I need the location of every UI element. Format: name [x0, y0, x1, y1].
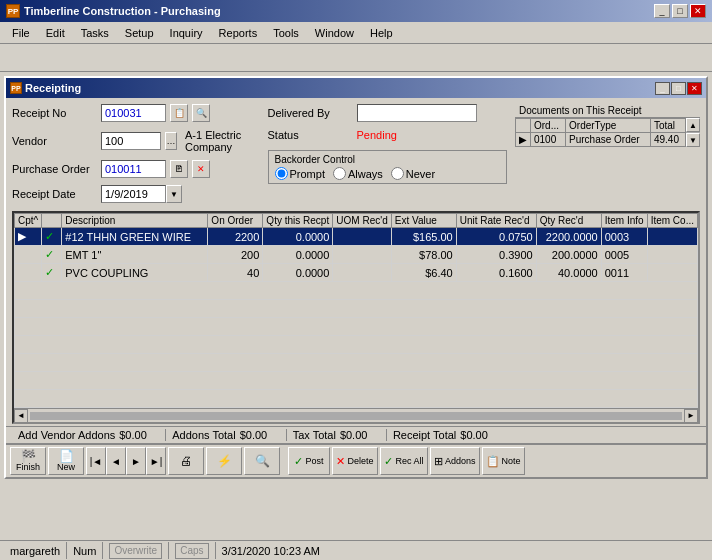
docs-scroll-down[interactable]: ▼	[686, 133, 700, 147]
grid-header-unitrate: Unit Rate Rec'd	[456, 214, 536, 228]
menu-setup[interactable]: Setup	[117, 25, 162, 41]
menu-inquiry[interactable]: Inquiry	[162, 25, 211, 41]
receipt-date-row: Receipt Date ▼	[12, 185, 252, 203]
menu-edit[interactable]: Edit	[38, 25, 73, 41]
receipt-no-copy-button[interactable]: 📋	[170, 104, 188, 122]
addons-total-value: $0.00	[240, 429, 280, 441]
menu-tools[interactable]: Tools	[265, 25, 307, 41]
overwrite-button[interactable]: Overwrite	[109, 543, 162, 559]
grid-cell-check: ✓	[42, 264, 62, 282]
maximize-button[interactable]: □	[672, 4, 688, 18]
caps-button[interactable]: Caps	[175, 543, 208, 559]
post-button[interactable]: ✓ Post	[288, 447, 330, 475]
backorder-prompt[interactable]: Prompt	[275, 167, 325, 180]
vendor-id-input[interactable]	[101, 132, 161, 150]
vendor-name: A-1 Electric Company	[185, 129, 252, 153]
po-input[interactable]	[101, 160, 166, 178]
add-vendor-label: Add Vendor Addons	[18, 429, 115, 441]
menu-window[interactable]: Window	[307, 25, 362, 41]
grid-cell-extval: $165.00	[391, 228, 456, 246]
grid-cell-itemco	[647, 228, 697, 246]
grid-cell-desc: EMT 1"	[62, 246, 208, 264]
grid-row-empty	[15, 372, 698, 390]
menu-file[interactable]: File	[4, 25, 38, 41]
app-icon: PP	[6, 4, 20, 18]
grid-header-qty: Qty this Recpt	[263, 214, 333, 228]
dialog-icon: PP	[10, 82, 22, 94]
nav-last-button[interactable]: ►|	[146, 447, 166, 475]
username: margareth	[10, 545, 60, 557]
backorder-always[interactable]: Always	[333, 167, 383, 180]
receipt-no-row: Receipt No 📋 🔍	[12, 104, 252, 122]
dialog-maximize-button[interactable]: □	[671, 82, 686, 95]
num-label: Num	[73, 545, 96, 557]
docs-col-type: OrderType	[566, 119, 651, 133]
docs-row: ▶ 0100 Purchase Order 49.40	[516, 133, 686, 147]
vendor-browse-button[interactable]: …	[165, 132, 177, 150]
menu-bar: File Edit Tasks Setup Inquiry Reports To…	[0, 22, 712, 44]
receipt-no-search-button[interactable]: 🔍	[192, 104, 210, 122]
delivered-by-label: Delivered By	[268, 107, 353, 119]
grid-scroll-left[interactable]: ◄	[14, 409, 28, 423]
search-button[interactable]: 🔍	[244, 447, 280, 475]
user-section: margareth	[4, 542, 67, 559]
bottom-toolbar: 🏁 Finish 📄 New |◄ ◄ ► ►| 🖨	[6, 443, 706, 477]
dialog-minimize-button[interactable]: _	[655, 82, 670, 95]
grid-scroll-right[interactable]: ►	[684, 409, 698, 423]
note-button[interactable]: 📋 Note	[482, 447, 525, 475]
delivered-by-input[interactable]	[357, 104, 477, 122]
docs-row-type: Purchase Order	[566, 133, 651, 147]
rec-all-label: Rec All	[395, 457, 423, 466]
new-button[interactable]: 📄 New	[48, 447, 84, 475]
nav-next-button[interactable]: ►	[126, 447, 146, 475]
po-icon-button[interactable]: 🖹	[170, 160, 188, 178]
grid-cell-cpt: ▶	[15, 228, 42, 246]
nav-prev-button[interactable]: ◄	[106, 447, 126, 475]
grid-status-bar: Add Vendor Addons $0.00 Addons Total $0.…	[6, 426, 706, 443]
docs-row-arrow: ▶	[516, 133, 531, 147]
delete-button[interactable]: ✕ Delete	[332, 447, 378, 475]
grid-hscroll[interactable]: ◄ ►	[14, 408, 698, 422]
grid-cell-cpt	[15, 264, 42, 282]
print-button[interactable]: 🖨	[168, 447, 204, 475]
finish-button[interactable]: 🏁 Finish	[10, 447, 46, 475]
close-button[interactable]: ✕	[690, 4, 706, 18]
lightning-button[interactable]: ⚡	[206, 447, 242, 475]
minimize-button[interactable]: _	[654, 4, 670, 18]
po-delete-button[interactable]: ✕	[192, 160, 210, 178]
delete-x-icon: ✕	[336, 455, 345, 468]
nav-first-button[interactable]: |◄	[86, 447, 106, 475]
grid-scroll-track[interactable]	[30, 412, 682, 420]
dialog-close-button[interactable]: ✕	[687, 82, 702, 95]
grid-header-cpt: Cpt^	[15, 214, 42, 228]
grid-cell-item: 0011	[601, 264, 647, 282]
addons-total-label: Addons Total	[172, 429, 235, 441]
receipt-no-label: Receipt No	[12, 107, 97, 119]
delivered-by-row: Delivered By	[268, 104, 508, 122]
grid-row-empty	[15, 282, 698, 300]
grid-header-qtyrec: Qty Rec'd	[536, 214, 601, 228]
docs-scroll-up[interactable]: ▲	[686, 118, 700, 132]
receipt-no-input[interactable]	[101, 104, 166, 122]
grid-row[interactable]: ▶ ✓ #12 THHN GREEN WIRE 2200 0.0000 $165…	[15, 228, 698, 246]
grid-row[interactable]: ✓ EMT 1" 200 0.0000 $78.00 0.3900 200.00…	[15, 246, 698, 264]
receipt-date-input[interactable]	[101, 185, 166, 203]
docs-col-total: Total	[650, 119, 685, 133]
receipt-total-value: $0.00	[460, 429, 500, 441]
grid-cell-onorder: 40	[208, 264, 263, 282]
add-vendor-value: $0.00	[119, 429, 159, 441]
menu-reports[interactable]: Reports	[211, 25, 266, 41]
addons-icon: ⊞	[434, 455, 443, 468]
overwrite-section: Overwrite	[103, 542, 169, 559]
addons-button[interactable]: ⊞ Addons	[430, 447, 480, 475]
backorder-never[interactable]: Never	[391, 167, 435, 180]
date-dropdown-button[interactable]: ▼	[166, 185, 182, 203]
docs-scrollbar[interactable]: ▲ ▼	[686, 118, 700, 147]
grid-cell-desc: PVC COUPLING	[62, 264, 208, 282]
menu-help[interactable]: Help	[362, 25, 401, 41]
menu-tasks[interactable]: Tasks	[73, 25, 117, 41]
grid-row[interactable]: ✓ PVC COUPLING 40 0.0000 $6.40 0.1600 40…	[15, 264, 698, 282]
rec-all-button[interactable]: ✓ Rec All	[380, 447, 428, 475]
receipt-total-label: Receipt Total	[393, 429, 456, 441]
status-value: Pending	[357, 129, 397, 141]
